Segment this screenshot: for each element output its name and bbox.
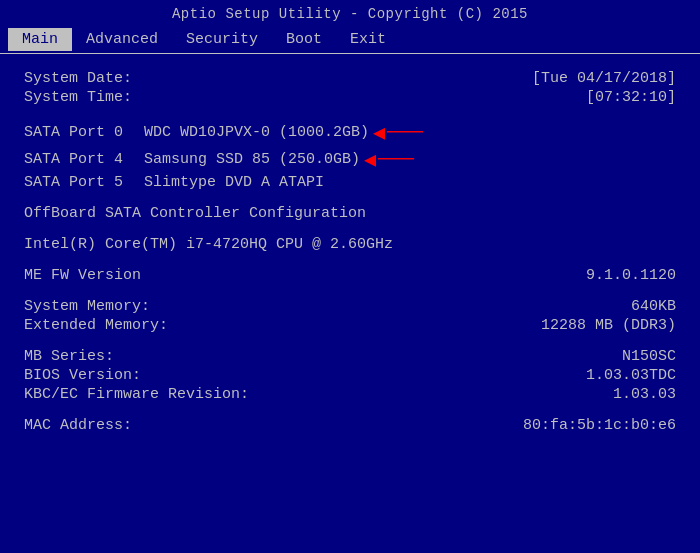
content-area: System Date: [Tue 04/17/2018] System Tim…	[0, 54, 700, 553]
mb-series-value: N150SC	[622, 348, 676, 365]
me-fw-label: ME FW Version	[24, 267, 141, 284]
sys-memory-value: 640KB	[631, 298, 676, 315]
sata-port0-value: WDC WD10JPVX-0 (1000.2GB)	[144, 124, 369, 141]
arrow-sata4: ◀	[364, 147, 376, 172]
arrow-sata4-line: ───	[378, 148, 414, 171]
sys-memory-label: System Memory:	[24, 298, 150, 315]
offboard-row: OffBoard SATA Controller Configuration	[24, 205, 676, 222]
menu-item-security[interactable]: Security	[172, 28, 272, 51]
bios-version-label: BIOS Version:	[24, 367, 141, 384]
title-bar: Aptio Setup Utility - Copyright (C) 2015	[0, 0, 700, 26]
bios-screen: Aptio Setup Utility - Copyright (C) 2015…	[0, 0, 700, 553]
sata-port4-row: SATA Port 4 Samsung SSD 85 (250.0GB) ◀ ─…	[24, 147, 676, 172]
me-fw-value: 9.1.0.1120	[586, 267, 676, 284]
ext-memory-label: Extended Memory:	[24, 317, 168, 334]
cpu-row: Intel(R) Core(TM) i7-4720HQ CPU @ 2.60GH…	[24, 236, 676, 253]
menu-bar: Main Advanced Security Boot Exit	[0, 26, 700, 54]
sata-port4-value: Samsung SSD 85 (250.0GB)	[144, 151, 360, 168]
menu-item-advanced[interactable]: Advanced	[72, 28, 172, 51]
menu-item-exit[interactable]: Exit	[336, 28, 400, 51]
mac-address-value: 80:fa:5b:1c:b0:e6	[523, 417, 676, 434]
menu-item-main[interactable]: Main	[8, 28, 72, 51]
mac-address-label: MAC Address:	[24, 417, 132, 434]
arrow-sata0: ◀	[373, 120, 385, 145]
system-date-label: System Date:	[24, 70, 132, 87]
kbc-ec-value: 1.03.03	[613, 386, 676, 403]
system-date-value: [Tue 04/17/2018]	[532, 70, 676, 87]
kbc-ec-label: KBC/EC Firmware Revision:	[24, 386, 249, 403]
mb-series-label: MB Series:	[24, 348, 114, 365]
ext-memory-value: 12288 MB (DDR3)	[541, 317, 676, 334]
sata-port4-label: SATA Port 4	[24, 151, 134, 168]
title-text: Aptio Setup Utility - Copyright (C) 2015	[172, 6, 528, 22]
offboard-label: OffBoard SATA Controller Configuration	[24, 205, 366, 222]
system-time-value: [07:32:10]	[586, 89, 676, 106]
arrow-sata0-line: ───	[387, 121, 423, 144]
bios-version-value: 1.03.03TDC	[586, 367, 676, 384]
sata-port5-row: SATA Port 5 Slimtype DVD A ATAPI	[24, 174, 676, 191]
cpu-label: Intel(R) Core(TM) i7-4720HQ CPU @ 2.60GH…	[24, 236, 393, 253]
sata-port5-value: Slimtype DVD A ATAPI	[144, 174, 324, 191]
sata-port0-label: SATA Port 0	[24, 124, 134, 141]
menu-item-boot[interactable]: Boot	[272, 28, 336, 51]
sata-port5-label: SATA Port 5	[24, 174, 134, 191]
sata-port0-row: SATA Port 0 WDC WD10JPVX-0 (1000.2GB) ◀ …	[24, 120, 676, 145]
system-time-label: System Time:	[24, 89, 132, 106]
